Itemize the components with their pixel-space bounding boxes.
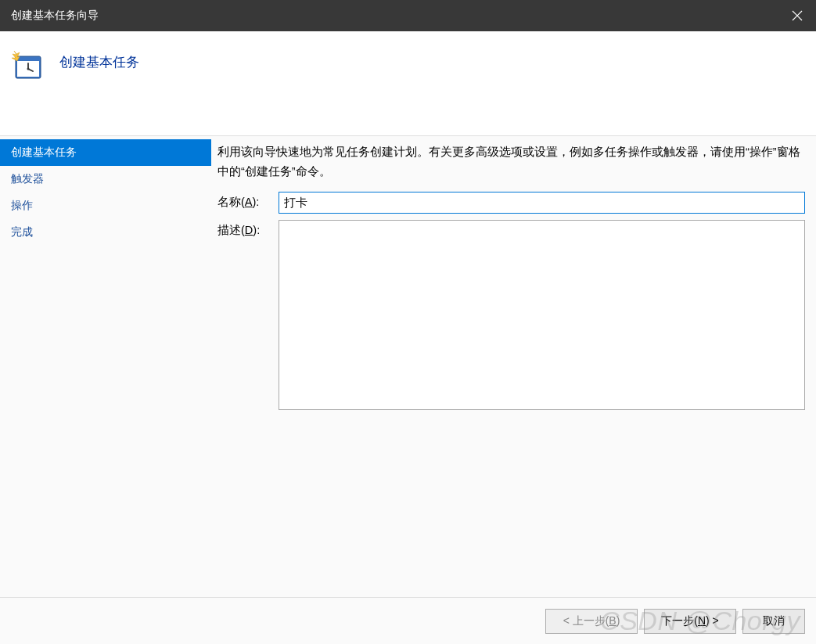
- svg-point-6: [27, 68, 30, 70]
- wizard-body: 创建基本任务 触发器 操作 完成 利用该向导快速地为常见任务创建计划。有关更多高…: [0, 136, 816, 596]
- sidebar-item-trigger[interactable]: 触发器: [0, 166, 211, 192]
- close-icon: [792, 10, 803, 21]
- name-input[interactable]: [279, 192, 805, 214]
- wizard-title: 创建基本任务: [59, 53, 139, 71]
- description-row: 描述(D):: [217, 220, 805, 410]
- window-title: 创建基本任务向导: [11, 9, 99, 23]
- name-label: 名称(A):: [217, 192, 279, 210]
- close-button[interactable]: [778, 0, 816, 31]
- cancel-button[interactable]: 取消: [742, 609, 805, 634]
- next-button[interactable]: 下一步(N) >: [644, 609, 736, 634]
- task-scheduler-icon: [11, 49, 44, 81]
- wizard-content: 利用该向导快速地为常见任务创建计划。有关更多高级选项或设置，例如多任务操作或触发…: [211, 136, 816, 596]
- wizard-header: 创建基本任务: [0, 31, 816, 136]
- sidebar-item-finish[interactable]: 完成: [0, 219, 211, 246]
- description-textarea[interactable]: [279, 220, 805, 410]
- sidebar-item-create-basic-task[interactable]: 创建基本任务: [0, 139, 211, 166]
- intro-text: 利用该向导快速地为常见任务创建计划。有关更多高级选项或设置，例如多任务操作或触发…: [217, 142, 805, 181]
- name-row: 名称(A):: [217, 192, 805, 214]
- wizard-footer: < 上一步(B) 下一步(N) > 取消: [0, 597, 816, 644]
- previous-button: < 上一步(B): [545, 609, 638, 634]
- description-label: 描述(D):: [217, 220, 279, 238]
- sidebar-item-action[interactable]: 操作: [0, 192, 211, 219]
- wizard-steps-sidebar: 创建基本任务 触发器 操作 完成: [0, 136, 211, 596]
- titlebar: 创建基本任务向导: [0, 0, 816, 31]
